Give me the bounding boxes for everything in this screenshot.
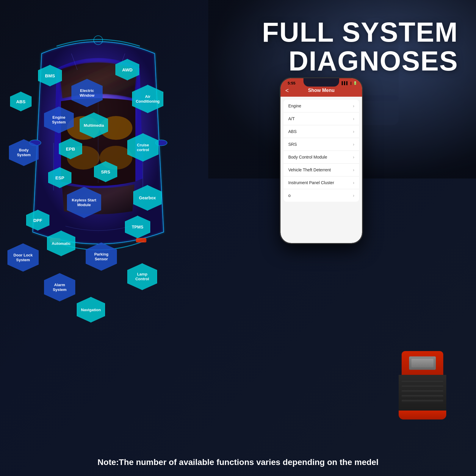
chevron-icon-at: ›: [353, 116, 354, 121]
menu-item-srs-label: SRS: [288, 142, 297, 147]
hex-keyless-start: Keyless StartModule: [67, 187, 101, 218]
obd-ridge-1: [402, 381, 443, 383]
chevron-icon-engine: ›: [353, 104, 354, 108]
hex-gearbox: Gearbox: [133, 185, 162, 211]
bottom-note-text: Note:The number of available functions v…: [98, 458, 378, 467]
hex-tpms: TPMS: [125, 216, 150, 238]
hex-electric-window: ElectricWindow: [71, 79, 103, 107]
title-line1: FULL SYSTEM: [262, 18, 458, 47]
menu-item-abs-label: ABS: [288, 129, 297, 134]
chevron-icon-srs: ›: [353, 142, 354, 147]
obd-bottom-red: [399, 411, 446, 419]
phone-menu-list: Engine › A/T › ABS › SRS › Body Control …: [284, 100, 359, 202]
hex-esp: ESP: [48, 167, 71, 188]
phone-status-bar: 5:55 ▌▌▌ ❙ 🔋: [281, 78, 362, 88]
obd-ridges: [399, 381, 446, 405]
obd-connector: [409, 356, 436, 370]
hex-engine-system: EngineSystem: [44, 107, 74, 133]
car-diagram: BMS AWD ABS ElectricWindow AirConditioni…: [6, 24, 208, 315]
phone-back-button[interactable]: <: [285, 87, 289, 94]
chevron-icon-bcm: ›: [353, 155, 354, 159]
menu-item-abs[interactable]: ABS ›: [284, 125, 359, 138]
hex-cruise-control: Cruisecortrol: [127, 133, 159, 162]
menu-item-at[interactable]: A/T ›: [284, 112, 359, 125]
obd-ridge-2: [402, 386, 443, 388]
menu-item-ipc[interactable]: Instrument Panel Cluster ›: [284, 176, 359, 189]
bottom-note: Note:The number of available functions v…: [0, 458, 476, 467]
phone-header-title: Show Menu: [308, 88, 335, 93]
phone-screen: 5:55 ▌▌▌ ❙ 🔋 < Show Menu Engine › A/T ›: [281, 78, 362, 243]
hex-dpf: DPF: [26, 210, 49, 231]
menu-item-vtd-label: Vehicle Theft Deterrent: [288, 167, 331, 172]
menu-item-bcm[interactable]: Body Control Module ›: [284, 151, 359, 164]
svg-rect-11: [136, 238, 146, 242]
hex-automatic: Automatic: [47, 231, 75, 256]
chevron-icon-vtd: ›: [353, 167, 354, 172]
menu-item-misc-label: o: [288, 193, 291, 198]
chevron-icon-misc: ›: [353, 193, 354, 198]
hex-abs: ABS: [10, 92, 32, 111]
phone-container: 5:55 ▌▌▌ ❙ 🔋 < Show Menu Engine › A/T ›: [280, 77, 363, 244]
hex-bms: BMS: [38, 65, 62, 86]
hex-multimedia: Multimedia: [80, 112, 108, 138]
menu-item-ipc-label: Instrument Panel Cluster: [288, 180, 334, 185]
hex-epb: EPB: [59, 138, 82, 159]
hex-awd: AWD: [115, 59, 139, 80]
hex-body-system: BodySystem: [9, 139, 39, 166]
menu-item-engine-label: Engine: [288, 104, 301, 108]
obd-device: [393, 351, 452, 422]
menu-item-engine[interactable]: Engine ›: [284, 100, 359, 112]
menu-item-srs[interactable]: SRS ›: [284, 138, 359, 151]
chevron-icon-ipc: ›: [353, 180, 354, 185]
hex-alarm-system: AlarmSystem: [44, 273, 75, 301]
obd-ridge-3: [402, 390, 443, 393]
hex-door-lock: Door LockSystem: [7, 243, 39, 272]
phone-outer: 5:55 ▌▌▌ ❙ 🔋 < Show Menu Engine › A/T ›: [280, 77, 363, 244]
hex-srs: SRS: [94, 161, 117, 182]
hex-parking-sensor: ParkingSensor: [86, 242, 117, 271]
title-line2: DIAGNOSES: [262, 47, 458, 76]
menu-item-at-label: A/T: [288, 116, 295, 121]
hex-air-conditioning: AirConditioning: [132, 85, 163, 113]
obd-ridge-5: [402, 400, 443, 402]
phone-status-icons: ▌▌▌ ❙ 🔋: [342, 81, 358, 85]
chevron-icon-abs: ›: [353, 129, 354, 134]
obd-body: [399, 375, 446, 419]
phone-time: 5:55: [285, 81, 295, 85]
menu-item-misc[interactable]: o ›: [284, 189, 359, 202]
menu-item-vtd[interactable]: Vehicle Theft Deterrent ›: [284, 164, 359, 176]
obd-top: [402, 351, 443, 375]
title-area: FULL SYSTEM DIAGNOSES: [262, 18, 458, 75]
obd-ridge-4: [402, 395, 443, 397]
hex-lamp-control: LampControl: [127, 263, 157, 290]
hex-navigation: Navigation: [77, 297, 105, 322]
menu-item-bcm-label: Body Control Module: [288, 155, 327, 159]
